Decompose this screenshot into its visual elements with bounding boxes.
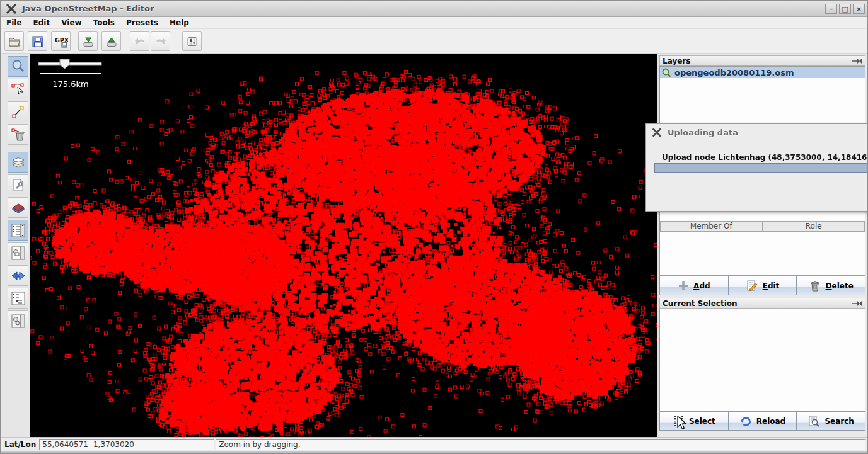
latlon-value-field: 55,0640571 -1,3703020 [39, 439, 214, 450]
preferences-icon [186, 35, 199, 48]
tool-select-move-mode[interactable] [8, 79, 28, 99]
trash-node-icon [11, 127, 26, 142]
layer-row[interactable]: opengeodb20080119.osm [660, 67, 865, 78]
trash-icon [809, 280, 821, 292]
x11-logo-icon [652, 128, 662, 137]
magnifier-icon [11, 59, 26, 74]
map-scale-bar [40, 71, 101, 77]
layers-stack-icon [11, 155, 26, 170]
menu-presets[interactable]: Presets [120, 18, 164, 28]
reload-icon [739, 415, 752, 428]
selection-panel-title: Current Selection [663, 299, 738, 308]
minimize-button[interactable]: – [825, 4, 837, 14]
status-bar: Lat/Lon 55,0640571 -1,3703020 Zoom in by… [1, 437, 868, 451]
open-button[interactable] [4, 31, 24, 51]
toggle-history-panel[interactable] [8, 288, 28, 309]
upload-data-button[interactable] [101, 31, 121, 51]
properties-list-icon [11, 223, 26, 238]
menu-bar: File Edit View Tools Presets Help [1, 17, 868, 29]
map-view[interactable]: 175.6km [30, 54, 657, 437]
download-icon [82, 35, 95, 48]
draw-segment-icon [11, 105, 26, 120]
title-bar[interactable]: Java OpenStreetMap - Editor – □ × [1, 1, 868, 17]
select-rect-icon [673, 415, 685, 427]
upload-progress-bar [654, 163, 868, 173]
gpx-floppy-icon: GPX [54, 35, 68, 48]
app-window: Java OpenStreetMap - Editor – □ × File E… [0, 0, 868, 454]
menu-file[interactable]: File [1, 18, 28, 28]
map-scale-label: 175.6km [40, 79, 101, 89]
selection-buttons: Select Reload Search [659, 411, 865, 431]
tool-draw-nodes-mode[interactable] [8, 101, 28, 122]
layers-panel-header: Layers [659, 55, 865, 66]
main-toolbar: GPX [1, 29, 868, 54]
toggle-tagging-presets[interactable] [8, 197, 28, 218]
membership-buttons: Add Edit Delete [659, 276, 865, 295]
toggle-properties-panel[interactable] [8, 220, 28, 241]
reload-button[interactable]: Reload [729, 411, 797, 431]
window-title: Java OpenStreetMap - Editor [22, 4, 154, 13]
search-doc-icon [807, 415, 820, 428]
pin-icon[interactable] [852, 58, 862, 64]
toggle-map-settings[interactable] [8, 174, 28, 195]
redo-arrow-icon [154, 35, 167, 48]
select-button[interactable]: Select [659, 411, 729, 431]
maximize-button[interactable]: □ [839, 4, 851, 14]
pin-icon[interactable] [852, 300, 862, 307]
layer-name: opengeodb20080119.osm [674, 68, 794, 77]
edit-tool-column [1, 54, 30, 437]
selection-list [659, 309, 865, 411]
plus-icon [678, 280, 689, 292]
menu-edit[interactable]: Edit [28, 18, 56, 28]
menu-help[interactable]: Help [164, 18, 195, 28]
eraser-icon [11, 200, 26, 215]
upload-progress-fill [655, 164, 868, 172]
undo-arrow-icon [134, 35, 146, 48]
export-gpx-button[interactable]: GPX [51, 31, 71, 51]
layers-panel-title: Layers [663, 57, 690, 65]
menu-view[interactable]: View [55, 18, 87, 28]
upload-dialog-titlebar[interactable]: Uploading data [646, 124, 868, 140]
layers-list: opengeodb20080119.osm [659, 66, 865, 124]
open-folder-icon [8, 35, 21, 48]
undo-button[interactable] [130, 31, 149, 51]
pencil-doc-icon [746, 280, 758, 292]
search-button[interactable]: Search [797, 411, 865, 431]
upload-icon [105, 35, 118, 48]
map-canvas[interactable] [30, 54, 657, 437]
membership-table-header: Member Of Role [660, 221, 865, 232]
window-bottom-edge [1, 451, 868, 454]
conflict-arrows-icon [11, 268, 26, 283]
save-button[interactable] [28, 31, 47, 51]
map-zoom-slider[interactable] [38, 59, 103, 70]
statusbar-hint-field: Zoom in by dragging. [216, 439, 866, 450]
member-of-column-header[interactable]: Member Of [660, 221, 763, 232]
edit-button[interactable]: Edit [729, 276, 797, 295]
doc-wrench-icon [11, 178, 26, 193]
selection-panel-header: Current Selection [659, 298, 865, 309]
save-floppy-icon [32, 35, 44, 48]
redo-button[interactable] [151, 31, 170, 51]
menu-tools[interactable]: Tools [88, 18, 120, 28]
toggle-plugin-settings[interactable] [8, 310, 28, 331]
command-stack-icon [11, 291, 26, 306]
download-data-button[interactable] [78, 31, 98, 51]
x11-logo-icon [6, 4, 17, 14]
upload-dialog: Uploading data Upload node Lichtenhag (4… [645, 123, 868, 212]
add-button[interactable]: Add [659, 276, 729, 295]
preferences-button[interactable] [182, 31, 202, 51]
toggle-selection-list-panel[interactable] [8, 242, 28, 263]
move-nodes-icon [11, 82, 26, 97]
toggle-conflicts-panel[interactable] [8, 265, 28, 286]
close-button[interactable]: × [853, 4, 865, 14]
role-column-header[interactable]: Role [763, 221, 865, 232]
tool-delete-mode[interactable] [8, 124, 28, 145]
delete-button[interactable]: Delete [797, 276, 865, 295]
upload-dialog-title: Uploading data [668, 128, 738, 137]
toggle-layers-panel[interactable] [8, 152, 28, 173]
green-magnifier-icon [662, 68, 671, 77]
tool-zoom-mode[interactable] [8, 56, 28, 77]
selection-shapes-icon [11, 246, 26, 261]
latlon-label: Lat/Lon [4, 440, 36, 449]
gears-list-icon [11, 314, 26, 329]
